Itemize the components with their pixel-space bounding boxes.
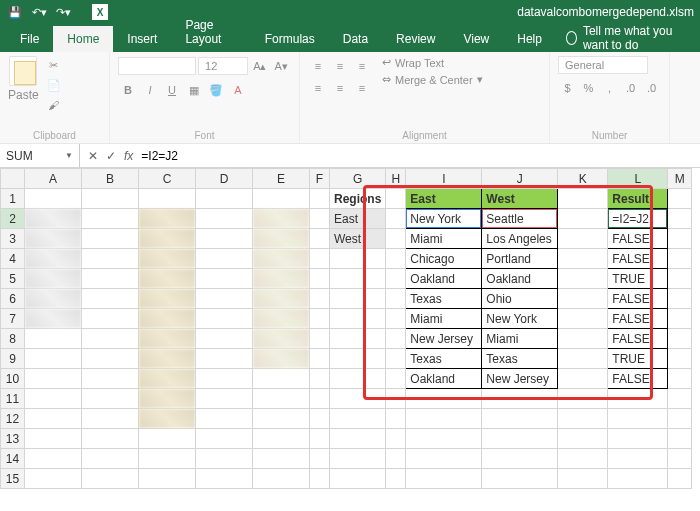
align-center-button[interactable]: ≡: [330, 78, 350, 98]
cell[interactable]: East: [330, 209, 386, 229]
italic-button[interactable]: I: [140, 80, 160, 100]
col-H[interactable]: H: [386, 169, 406, 189]
cell[interactable]: New Jersey: [482, 369, 558, 389]
cell[interactable]: West: [330, 229, 386, 249]
cell[interactable]: New York: [482, 309, 558, 329]
cell[interactable]: Oakland: [406, 369, 482, 389]
cell[interactable]: FALSE: [608, 369, 668, 389]
row-2[interactable]: 2: [1, 209, 25, 229]
row-12[interactable]: 12: [1, 409, 25, 429]
col-D[interactable]: D: [196, 169, 253, 189]
row-15[interactable]: 15: [1, 469, 25, 489]
select-all[interactable]: [1, 169, 25, 189]
cell[interactable]: Result: [608, 189, 668, 209]
comma-button[interactable]: ,: [600, 78, 619, 98]
currency-button[interactable]: $: [558, 78, 577, 98]
col-M[interactable]: M: [668, 169, 692, 189]
row-1[interactable]: 1: [1, 189, 25, 209]
fill-color-button[interactable]: 🪣: [206, 80, 226, 100]
increase-decimal-button[interactable]: .0: [621, 78, 640, 98]
row-5[interactable]: 5: [1, 269, 25, 289]
name-box[interactable]: SUM ▼: [0, 144, 80, 167]
tab-file[interactable]: File: [6, 26, 53, 52]
cut-button[interactable]: ✂: [43, 56, 65, 74]
merge-center-button[interactable]: ⇔Merge & Center ▾: [382, 73, 483, 86]
col-K[interactable]: K: [558, 169, 608, 189]
row-13[interactable]: 13: [1, 429, 25, 449]
col-I[interactable]: I: [406, 169, 482, 189]
cell[interactable]: FALSE: [608, 229, 668, 249]
cell[interactable]: West: [482, 189, 558, 209]
enter-button[interactable]: ✓: [106, 149, 116, 163]
increase-font-button[interactable]: A▴: [250, 56, 269, 76]
col-L[interactable]: L: [608, 169, 668, 189]
col-E[interactable]: E: [253, 169, 310, 189]
cell[interactable]: Seattle: [482, 209, 558, 229]
col-B[interactable]: B: [82, 169, 139, 189]
align-bottom-button[interactable]: ≡: [352, 56, 372, 76]
row-8[interactable]: 8: [1, 329, 25, 349]
align-left-button[interactable]: ≡: [308, 78, 328, 98]
row-11[interactable]: 11: [1, 389, 25, 409]
font-size-select[interactable]: 12: [198, 57, 248, 75]
tab-review[interactable]: Review: [382, 26, 449, 52]
cell[interactable]: Portland: [482, 249, 558, 269]
font-color-button[interactable]: A: [228, 80, 248, 100]
fx-button[interactable]: fx: [124, 149, 133, 163]
undo-icon[interactable]: ↶▾: [30, 3, 48, 21]
cell[interactable]: TRUE: [608, 349, 668, 369]
col-F[interactable]: F: [310, 169, 330, 189]
cell[interactable]: Los Angeles: [482, 229, 558, 249]
cell[interactable]: Oakland: [482, 269, 558, 289]
wrap-text-button[interactable]: ↩Wrap Text: [382, 56, 483, 69]
save-icon[interactable]: 💾: [6, 3, 24, 21]
cell[interactable]: FALSE: [608, 329, 668, 349]
col-A[interactable]: A: [25, 169, 82, 189]
row-4[interactable]: 4: [1, 249, 25, 269]
decrease-font-button[interactable]: A▾: [272, 56, 291, 76]
row-9[interactable]: 9: [1, 349, 25, 369]
cell[interactable]: New Jersey: [406, 329, 482, 349]
cell[interactable]: Ohio: [482, 289, 558, 309]
bold-button[interactable]: B: [118, 80, 138, 100]
cell[interactable]: Chicago: [406, 249, 482, 269]
cancel-button[interactable]: ✕: [88, 149, 98, 163]
cell[interactable]: FALSE: [608, 309, 668, 329]
decrease-decimal-button[interactable]: .0: [642, 78, 661, 98]
tab-help[interactable]: Help: [503, 26, 556, 52]
row-3[interactable]: 3: [1, 229, 25, 249]
tab-page-layout[interactable]: Page Layout: [171, 12, 250, 52]
row-10[interactable]: 10: [1, 369, 25, 389]
underline-button[interactable]: U: [162, 80, 182, 100]
cell[interactable]: East: [406, 189, 482, 209]
cell[interactable]: FALSE: [608, 249, 668, 269]
cell[interactable]: Texas: [482, 349, 558, 369]
redo-icon[interactable]: ↷▾: [54, 3, 72, 21]
col-C[interactable]: C: [139, 169, 196, 189]
align-top-button[interactable]: ≡: [308, 56, 328, 76]
cell[interactable]: Texas: [406, 289, 482, 309]
cell[interactable]: Regions: [330, 189, 386, 209]
worksheet[interactable]: A B C D E F G H I J K L M 1RegionsEastWe…: [0, 168, 700, 489]
cell[interactable]: Oakland: [406, 269, 482, 289]
tab-view[interactable]: View: [449, 26, 503, 52]
cell[interactable]: Miami: [406, 229, 482, 249]
cell[interactable]: New York: [406, 209, 482, 229]
cell[interactable]: =I2=J2: [608, 209, 668, 229]
tell-me-search[interactable]: Tell me what you want to do: [566, 24, 694, 52]
tab-data[interactable]: Data: [329, 26, 382, 52]
col-G[interactable]: G: [330, 169, 386, 189]
percent-button[interactable]: %: [579, 78, 598, 98]
border-button[interactable]: ▦: [184, 80, 204, 100]
tab-insert[interactable]: Insert: [113, 26, 171, 52]
font-family-select[interactable]: [118, 57, 196, 75]
row-14[interactable]: 14: [1, 449, 25, 469]
tab-formulas[interactable]: Formulas: [251, 26, 329, 52]
cell[interactable]: FALSE: [608, 289, 668, 309]
row-6[interactable]: 6: [1, 289, 25, 309]
col-J[interactable]: J: [482, 169, 558, 189]
number-format-select[interactable]: General: [558, 56, 648, 74]
paste-button[interactable]: Paste: [8, 56, 39, 114]
cell[interactable]: TRUE: [608, 269, 668, 289]
cell[interactable]: Miami: [406, 309, 482, 329]
